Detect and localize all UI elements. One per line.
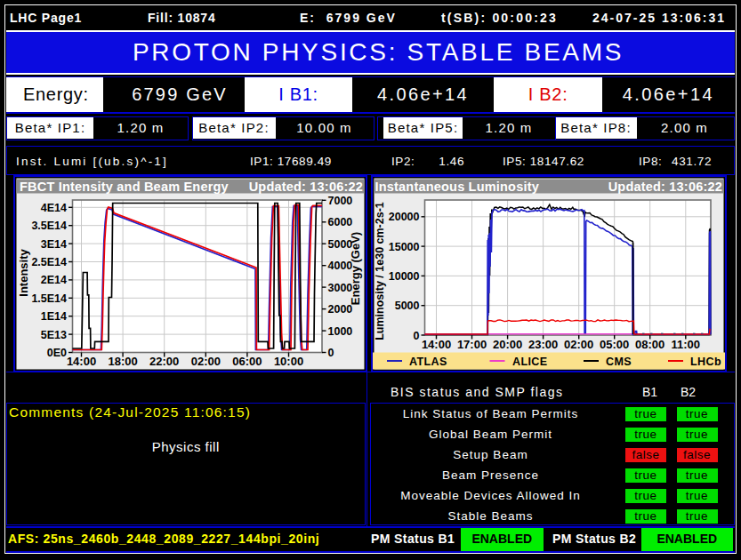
svg-text:Instantaneous Luminosity: Instantaneous Luminosity: [375, 180, 539, 194]
svg-text:4E14: 4E14: [41, 202, 67, 214]
svg-text:10:00: 10:00: [274, 355, 303, 368]
svg-text:ATLAS: ATLAS: [409, 356, 447, 368]
svg-text:3E14: 3E14: [41, 238, 67, 251]
svg-text:17:00: 17:00: [457, 338, 487, 351]
svg-text:Updated: 13:06:22: Updated: 13:06:22: [249, 180, 363, 194]
svg-text:Luminosity / 1e30 cm-2s-1: Luminosity / 1e30 cm-2s-1: [374, 202, 386, 340]
svg-text:0: 0: [328, 347, 334, 359]
svg-text:1000: 1000: [328, 325, 353, 338]
svg-text:20000: 20000: [389, 211, 420, 223]
svg-text:0: 0: [414, 330, 420, 342]
svg-text:LHCb: LHCb: [690, 356, 721, 368]
svg-text:10000: 10000: [389, 270, 420, 283]
svg-text:18:00: 18:00: [108, 355, 137, 368]
svg-text:6000: 6000: [328, 216, 353, 228]
svg-text:0E0: 0E0: [47, 347, 67, 359]
svg-text:CMS: CMS: [606, 356, 632, 368]
svg-text:Energy (GeV): Energy (GeV): [349, 232, 362, 305]
svg-text:FBCT Intensity and Beam Energy: FBCT Intensity and Beam Energy: [20, 180, 229, 194]
svg-text:5E13: 5E13: [41, 329, 67, 341]
svg-text:14:00: 14:00: [67, 355, 96, 368]
svg-text:14:00: 14:00: [422, 338, 451, 351]
svg-text:23:00: 23:00: [528, 338, 558, 351]
svg-text:2.5E14: 2.5E14: [31, 256, 67, 268]
svg-text:ALICE: ALICE: [512, 356, 548, 368]
svg-text:Updated: 13:06:22: Updated: 13:06:22: [608, 180, 722, 194]
svg-text:3.5E14: 3.5E14: [31, 220, 67, 232]
svg-text:20:00: 20:00: [493, 338, 522, 351]
svg-text:Intensity: Intensity: [17, 249, 30, 297]
svg-text:1.5E14: 1.5E14: [31, 292, 67, 305]
svg-text:02:00: 02:00: [564, 338, 593, 351]
svg-text:02:00: 02:00: [191, 355, 221, 368]
svg-text:2E14: 2E14: [41, 274, 67, 286]
svg-text:5000: 5000: [395, 300, 420, 312]
svg-text:11:00: 11:00: [672, 338, 701, 351]
svg-text:15000: 15000: [389, 241, 420, 253]
svg-text:06:00: 06:00: [232, 355, 262, 368]
svg-text:05:00: 05:00: [600, 338, 629, 351]
svg-text:08:00: 08:00: [635, 338, 664, 351]
svg-text:22:00: 22:00: [149, 355, 179, 368]
svg-text:7000: 7000: [328, 195, 353, 207]
svg-text:1E14: 1E14: [41, 310, 67, 323]
